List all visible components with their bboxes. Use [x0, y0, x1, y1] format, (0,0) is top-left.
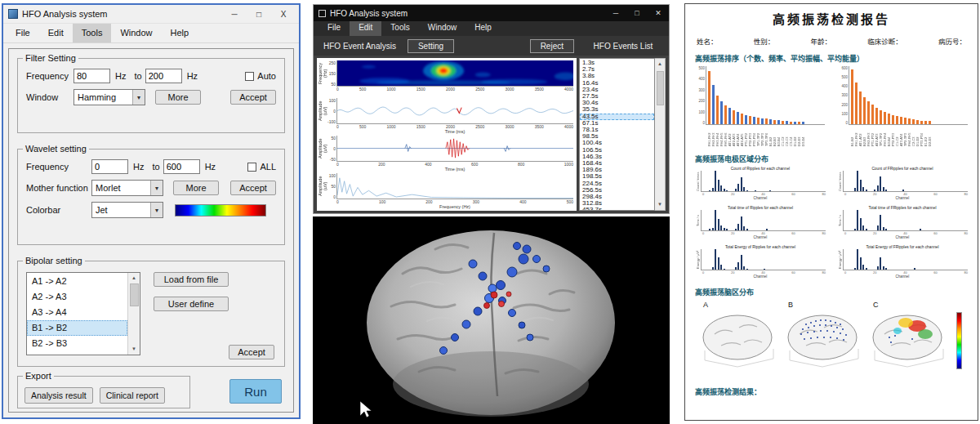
field-diagnosis: 临床诊断：: [867, 36, 902, 46]
filter-freq-high-input[interactable]: [145, 69, 182, 83]
wavelet-freq-low-input[interactable]: [91, 159, 128, 174]
setting-button[interactable]: Setting: [408, 39, 454, 53]
scroll-down-icon[interactable]: ▼: [131, 344, 136, 355]
list-item-selected[interactable]: B1 -> B2: [27, 320, 127, 336]
menu-file[interactable]: File: [7, 24, 39, 42]
list-item[interactable]: A2 -> A3: [27, 289, 127, 305]
menu-bar: File Edit Tools Window Help: [3, 24, 299, 43]
load-from-file-button[interactable]: Load from file: [154, 272, 229, 287]
scroll-up-icon[interactable]: ▲: [131, 273, 136, 283]
rainbow-colorbar: [956, 312, 962, 369]
scrollbar-thumb[interactable]: [130, 283, 139, 306]
bar: [920, 121, 923, 124]
mini-chart: Total Energy of Ripples for each channel…: [695, 245, 826, 279]
menu-window[interactable]: Window: [419, 21, 466, 36]
bar: [733, 110, 735, 124]
wavelet-setting-group: Wavelet setting Frequency Hz to Hz ALL M…: [17, 144, 285, 245]
minimize-button[interactable]: ─: [605, 9, 626, 17]
menu-tools[interactable]: Tools: [73, 24, 112, 42]
brain-thumb-b: [782, 310, 866, 373]
events-panel: 1.3s2.7s3.8s16.4s23.4s27.5s30.4s35.3s43.…: [579, 58, 666, 211]
section-result-heading: 高频振荡检测结果：: [695, 386, 968, 397]
title-bar[interactable]: HFO Analysis system ─ □ ✕: [314, 5, 669, 21]
maximize-button[interactable]: □: [247, 10, 271, 19]
list-item[interactable]: B2 -> B3: [27, 336, 127, 351]
all-checkbox[interactable]: ALL: [247, 162, 276, 172]
menu-help[interactable]: Help: [162, 24, 198, 42]
brain-3d-view[interactable]: [313, 216, 670, 424]
spectrogram-plot: Frequency (Hz) 25015050: [318, 60, 573, 97]
hz-label: Hz: [133, 162, 144, 172]
reject-button[interactable]: Reject: [530, 39, 574, 53]
minimize-button[interactable]: ─: [222, 10, 247, 19]
toolbar: HFO Event Analysis Setting Reject HFO Ev…: [314, 36, 669, 56]
auto-label: Auto: [257, 71, 276, 81]
mini-chart: Total time of FRipples for each channelT…: [837, 206, 968, 240]
clinical-report-button[interactable]: Clinical report: [100, 387, 165, 404]
maximize-button[interactable]: □: [626, 9, 648, 17]
scroll-down-icon[interactable]: ▼: [657, 199, 662, 210]
bar: [761, 118, 764, 124]
colorbar-select[interactable]: Jet ▾: [91, 202, 163, 218]
frequency-label: Frequency: [26, 162, 91, 172]
bar: [777, 120, 780, 124]
bar: [871, 105, 874, 124]
bar: [900, 117, 902, 124]
filter-more-button[interactable]: More: [155, 90, 201, 105]
wavelet-freq-high-input[interactable]: [163, 159, 200, 174]
wavelet-accept-button[interactable]: Accept: [230, 181, 276, 195]
brain-view-b: B: [782, 301, 866, 373]
colorbar-label: Colorbar: [26, 205, 91, 215]
filter-accept-button[interactable]: Accept: [230, 90, 276, 105]
close-button[interactable]: ✕: [648, 9, 669, 17]
title-bar[interactable]: HFO Analysis system ─ □ X: [3, 5, 299, 24]
brain-view-c: C: [866, 301, 951, 373]
mini-chart: Total Energy of FRipples for each channe…: [837, 245, 968, 279]
mini-chart: Count of FRipples for each channelCount …: [837, 167, 968, 201]
menu-edit[interactable]: Edit: [350, 21, 381, 36]
user-define-button[interactable]: User define: [154, 297, 229, 311]
bar: [790, 122, 792, 124]
bar: [896, 116, 898, 124]
bar: [769, 119, 772, 124]
close-button[interactable]: X: [271, 10, 296, 19]
scroll-up-icon[interactable]: ▲: [657, 59, 662, 69]
scrollbar[interactable]: ▲ ▼: [127, 273, 140, 355]
settings-panel: Filter Setting Frequency Hz to Hz Auto W…: [8, 48, 294, 413]
wavelet-setting-legend: Wavelet setting: [23, 144, 89, 154]
menu-help[interactable]: Help: [466, 21, 501, 36]
hfo-events-list[interactable]: 1.3s2.7s3.8s16.4s23.4s27.5s30.4s35.3s43.…: [579, 58, 655, 211]
list-item[interactable]: A1 -> A2: [27, 274, 127, 289]
brain-distribution-row: A B: [697, 301, 971, 373]
window-select[interactable]: Hamming ▾: [74, 89, 145, 105]
bipolar-accept-button[interactable]: Accept: [229, 345, 274, 359]
filter-freq-low-input[interactable]: [74, 69, 110, 83]
menu-window[interactable]: Window: [111, 24, 161, 42]
hfo-settings-window: HFO Analysis system ─ □ X File Edit Tool…: [2, 3, 301, 419]
menu-tools[interactable]: Tools: [381, 21, 418, 36]
mini-chart: Total time of Ripples for each channelTi…: [695, 206, 826, 240]
bipolar-listbox[interactable]: A1 -> A2 A2 -> A3 A3 -> A4 B1 -> B2 B2 -…: [26, 272, 140, 355]
menu-edit[interactable]: Edit: [39, 24, 73, 42]
bar: [912, 119, 915, 124]
hfo-event-analysis-window: HFO Analysis system ─ □ ✕ File Edit Tool…: [313, 4, 670, 214]
analysis-result-button[interactable]: Analysis result: [24, 387, 93, 404]
hz-label: Hz: [115, 71, 126, 81]
chevron-down-icon: ▾: [150, 203, 163, 217]
bipolar-setting-legend: Bipolar setting: [23, 256, 85, 266]
wavelet-more-button[interactable]: More: [173, 181, 219, 195]
mini-chart: Count of Ripples for each channelCount /…: [695, 167, 826, 201]
event-item[interactable]: 453.7s: [580, 207, 654, 211]
auto-checkbox[interactable]: Auto: [245, 71, 276, 81]
window-title: HFO Analysis system: [22, 9, 222, 19]
list-item[interactable]: A3 -> A4: [27, 305, 127, 320]
bipolar-setting-group: Bipolar setting A1 -> A2 A2 -> A3 A3 -> …: [17, 256, 285, 367]
run-button[interactable]: Run: [229, 379, 282, 404]
field-gender: 性别：: [754, 36, 775, 46]
window-label: Window: [26, 92, 74, 102]
scrollbar-thumb[interactable]: [657, 71, 664, 105]
mother-function-select[interactable]: Morlet ▾: [91, 180, 163, 196]
bar: [908, 118, 911, 124]
scrollbar[interactable]: ▲ ▼: [655, 58, 666, 211]
menu-file[interactable]: File: [318, 21, 350, 36]
